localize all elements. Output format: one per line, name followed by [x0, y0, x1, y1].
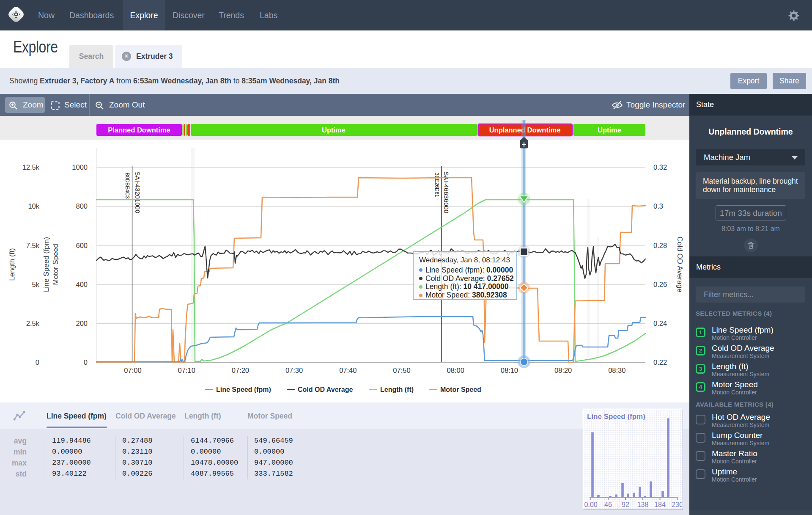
svg-text:0.00: 0.00 [584, 501, 597, 508]
svg-text:230: 230 [672, 501, 682, 508]
svg-text:92: 92 [622, 501, 629, 508]
svg-text:46: 46 [604, 501, 612, 508]
svg-text:184: 184 [654, 501, 666, 508]
svg-text:138: 138 [637, 501, 649, 508]
